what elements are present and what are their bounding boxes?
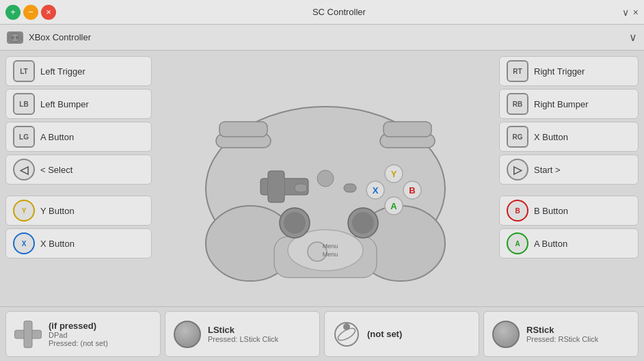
svg-rect-22 [295,184,307,192]
rstick-item[interactable]: RStick Pressed: RStick Click [483,311,639,357]
lt-label: Left Trigger [40,66,85,77]
titlebar: + − × SC Controller ∨ × [0,0,644,25]
rb-badge: RB [507,93,528,115]
notset-title: (not set) [367,329,402,339]
y-button[interactable]: Y Y Button [5,196,152,226]
svg-rect-23 [344,184,356,192]
controller-image: Menu Menu [189,69,462,288]
rt-label: Right Trigger [534,66,585,77]
select-button[interactable]: ◁ < Select [5,155,152,185]
bottom-panel: (if pressed) DPad Pressed: (not set) LSt… [0,306,644,361]
main-area: LT Left Trigger LB Left Bumper LG A Butt… [0,51,644,306]
right-panel: RT Right Trigger RB Right Bumper RG X Bu… [494,51,644,306]
svg-point-1 [10,36,14,40]
svg-text:B: B [409,185,415,196]
rb-label: Right Bumper [534,99,588,109]
lstick-pressed: Pressed: LStick Click [208,335,278,343]
close-button[interactable]: × [41,5,56,20]
titlebar-end: ∨ × [622,7,639,18]
svg-point-33 [336,325,357,342]
select-label: < Select [40,165,72,175]
rstick-icon [491,319,521,349]
a-badge: A [507,232,528,254]
dpad-title: (if pressed) [49,321,108,331]
lb-label: Left Bumper [40,99,89,109]
lt-badge: LT [13,60,35,82]
lg-label: A Button [40,132,74,142]
rg-badge: RG [507,126,528,148]
notset-text: (not set) [367,329,402,339]
center-area: Menu Menu [157,51,494,306]
lb-button[interactable]: LB Left Bumper [5,89,152,119]
b-badge: B [507,200,528,222]
lg-button[interactable]: LG A Button [5,122,152,152]
svg-text:A: A [390,201,397,211]
notset-item[interactable]: (not set) [324,311,479,357]
window-close-button[interactable]: × [633,7,639,18]
x-button-left[interactable]: X X Button [5,228,152,258]
svg-point-32 [317,170,334,187]
svg-text:X: X [373,185,379,196]
y-badge: Y [13,200,35,222]
b-label: B Button [534,206,568,216]
svg-point-19 [284,212,306,234]
svg-rect-13 [219,122,267,137]
window-controls: + − × [5,5,56,20]
lstick-title: LStick [208,325,278,335]
y-label: Y Button [40,206,75,216]
a-button[interactable]: A A Button [499,228,639,258]
collapse-button[interactable]: ∨ [622,7,629,18]
minimize-button[interactable]: − [23,5,38,20]
select-badge: ◁ [13,159,35,180]
b-button[interactable]: B B Button [499,196,639,226]
svg-rect-14 [384,122,431,137]
lstick-text: LStick Pressed: LStick Click [208,325,278,343]
controller-bar: XBox Controller ∨ [0,25,644,51]
start-label: Start > [534,165,561,175]
lstick-icon [172,319,202,349]
rb-button[interactable]: RB Right Bumper [499,89,639,119]
dropdown-arrow-icon: ∨ [629,31,637,44]
left-panel: LT Left Trigger LB Left Bumper LG A Butt… [0,51,157,306]
lg-badge: LG [13,126,35,148]
window-title: SC Controller [56,7,622,17]
rstick-pressed: Pressed: RStick Click [526,335,598,343]
x-badge-left: X [13,232,35,254]
controller-svg: Menu Menu [189,69,462,288]
dpad-subtitle: DPad [49,331,108,339]
svg-text:Y: Y [391,169,397,179]
rt-badge: RT [507,60,528,82]
maximize-button[interactable]: + [5,5,21,20]
controller-icon [7,31,23,44]
svg-text:Menu: Menu [323,251,338,258]
start-badge: ▷ [507,159,528,180]
svg-rect-17 [268,178,284,195]
rstick-title: RStick [526,325,598,335]
svg-point-2 [16,36,20,40]
dpad-pressed: Pressed: (not set) [49,339,108,347]
dpad-item[interactable]: (if pressed) DPad Pressed: (not set) [5,311,161,357]
a-label: A Button [534,239,567,249]
controller-dropdown[interactable]: XBox Controller [29,32,623,42]
rg-button[interactable]: RG X Button [499,122,639,152]
start-button[interactable]: ▷ Start > [499,155,639,185]
svg-text:Menu: Menu [323,243,338,250]
dpad-text: (if pressed) DPad Pressed: (not set) [49,321,108,347]
dpad-icon [13,319,43,349]
svg-point-21 [352,212,374,234]
rt-button[interactable]: RT Right Trigger [499,56,639,86]
notset-icon [332,319,362,349]
x-label-left: X Button [40,239,75,249]
lb-badge: LB [13,93,35,115]
lt-button[interactable]: LT Left Trigger [5,56,152,86]
rstick-text: RStick Pressed: RStick Click [526,325,598,343]
lstick-item[interactable]: LStick Pressed: LStick Click [165,311,320,357]
rg-label: X Button [534,132,568,142]
